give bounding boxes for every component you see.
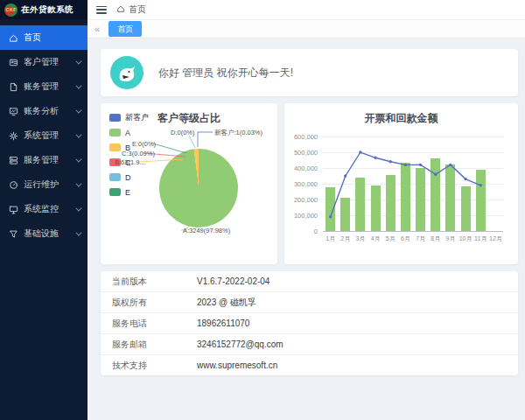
home-icon (9, 33, 18, 43)
welcome-card: 你好 管理员 祝你开心每一天! (101, 49, 518, 96)
info-value: 3246152772@qq.com (197, 340, 284, 349)
sidebar-item-service[interactable]: 服务管理 (0, 148, 88, 172)
y-axis-tick-label: 600,000 (284, 133, 318, 141)
x-axis-tick-label: 1月 (326, 234, 335, 243)
gear-icon (9, 131, 18, 141)
finance-file-icon (9, 82, 18, 92)
sidebar-item-customer[interactable]: 客户管理 (0, 50, 88, 74)
sidebar-item-analysis[interactable]: 账务分析 (0, 99, 88, 123)
legend-item-新客户[interactable]: 新客户 (109, 110, 149, 125)
legend-label: E (125, 188, 130, 197)
avatar (110, 56, 144, 89)
chevron-down-icon (75, 58, 81, 64)
funnel-icon (9, 229, 18, 239)
x-axis-tick-label: 11月 (474, 234, 486, 243)
y-axis-tick-label: 300,000 (284, 180, 318, 188)
legend-swatch (109, 114, 121, 122)
y-axis-tick-label: 200,000 (284, 196, 318, 204)
x-axis-tick-label: 7月 (416, 234, 425, 243)
info-row: 服务邮箱3246152772@qq.com (101, 334, 518, 355)
x-axis-tick-label: 3月 (355, 234, 365, 243)
x-axis-tick-label: 4月 (371, 234, 381, 243)
tabs-scroll-left-icon[interactable]: « (92, 24, 102, 34)
x-axis-tick-label: 2月 (340, 234, 350, 243)
chevron-down-icon (75, 156, 81, 162)
sidebar-item-home[interactable]: 首页 (0, 25, 88, 50)
gauge-icon (9, 180, 18, 190)
chevron-down-icon (75, 229, 81, 235)
legend-item-A[interactable]: A (109, 125, 149, 140)
chevron-down-icon (75, 82, 81, 88)
x-axis-tick-label: 6月 (401, 234, 410, 243)
info-row: 服务电话18962611070 (101, 313, 518, 334)
legend-item-D[interactable]: D (109, 170, 149, 185)
info-panel: 当前版本V1.6.7-2022-02-04版权所有2023 @ 磁凯孚服务电话1… (101, 271, 518, 375)
sidebar: CKF 在外贷款系统 首页客户管理账务管理账务分析系统管理服务管理运行维护系统监… (0, 0, 88, 420)
pie-callout-label: E:0(0%) (132, 140, 156, 148)
info-label: 当前版本 (101, 276, 197, 288)
app-window: CKF 在外贷款系统 首页客户管理账务管理账务分析系统管理服务管理运行维护系统监… (0, 0, 525, 420)
x-axis-tick-label: 12月 (489, 234, 502, 243)
tab-bar: « 首页 (88, 20, 525, 38)
legend-swatch (109, 173, 121, 181)
sidebar-item-label: 客户管理 (24, 56, 59, 68)
breadcrumb-label: 首页 (129, 4, 146, 16)
sidebar-item-system[interactable]: 系统管理 (0, 123, 88, 148)
info-label: 服务电话 (101, 318, 197, 330)
main-area: 首页 « 首页 你好 管理员 祝你开心每一天! (88, 0, 525, 420)
chevron-down-icon (75, 107, 81, 113)
x-axis-tick-label: 5月 (386, 234, 396, 243)
sidebar-item-label: 基础设施 (24, 228, 59, 240)
legend-label: D (125, 173, 131, 182)
bar-chart-title: 开票和回款金额 (284, 111, 518, 126)
sidebar-item-label: 运行维护 (24, 178, 59, 191)
chevron-down-icon (75, 180, 81, 186)
pie-callout-label: B:63(1.9... (115, 158, 145, 166)
legend-swatch (109, 129, 121, 136)
sidebar-item-ops[interactable]: 运行维护 (0, 172, 88, 197)
tab-home[interactable]: 首页 (108, 21, 142, 37)
sidebar-item-label: 服务管理 (24, 154, 59, 166)
server-icon (9, 156, 18, 165)
pie-chart-panel: 客户等级占比 新客户ABCDE D:0(0%)新客户:1(0.03%)E:0(0… (101, 103, 277, 264)
x-axis-tick-label: 9月 (445, 234, 455, 243)
monitor-icon (9, 205, 18, 214)
info-value: 2023 @ 磁凯孚 (197, 297, 256, 309)
legend-swatch (109, 188, 121, 196)
info-row: 版权所有2023 @ 磁凯孚 (101, 292, 518, 313)
pie-callout-label: C:3(0.09%) (122, 150, 155, 158)
customer-icon (9, 58, 18, 67)
sidebar-item-infra[interactable]: 基础设施 (0, 221, 88, 246)
chevron-down-icon (75, 205, 81, 211)
legend-label: A (125, 129, 130, 137)
sidebar-item-monitor[interactable]: 系统监控 (0, 197, 88, 221)
info-value: www.supremesoft.cn (197, 360, 277, 370)
bar-chart-panel: 开票和回款金额 600,000500,000400,000300,000200,… (284, 103, 518, 264)
breadcrumb[interactable]: 首页 (116, 4, 146, 16)
pie-chart[interactable] (159, 149, 238, 228)
legend-item-E[interactable]: E (109, 185, 149, 200)
pie-callout-label: 新客户:1(0.03%) (214, 129, 262, 137)
sidebar-menu: 首页客户管理账务管理账务分析系统管理服务管理运行维护系统监控基础设施 (0, 19, 88, 246)
sidebar-item-label: 系统管理 (24, 130, 59, 142)
bar-chart-plot[interactable] (323, 136, 503, 232)
y-axis-tick-label: 0 (284, 228, 318, 235)
y-axis-tick-label: 500,000 (284, 149, 318, 157)
info-value: 18962611070 (197, 318, 249, 328)
legend-label: 新客户 (125, 112, 149, 123)
y-axis-tick-label: 400,000 (284, 164, 318, 172)
sidebar-item-label: 首页 (24, 32, 41, 44)
chevron-down-icon (75, 131, 81, 137)
logo-icon: CKF (4, 4, 18, 17)
sidebar-item-label: 账务管理 (24, 80, 59, 93)
sidebar-item-label: 账务分析 (24, 105, 59, 117)
sidebar-item-label: 系统监控 (24, 203, 59, 215)
pie-callout-label: D:0(0%) (171, 129, 195, 136)
app-title: 在外贷款系统 (21, 4, 74, 16)
hamburger-menu-icon[interactable] (96, 6, 107, 14)
x-axis-tick-label: 10月 (459, 234, 472, 243)
charts-row: 客户等级占比 新客户ABCDE D:0(0%)新客户:1(0.03%)E:0(0… (101, 103, 518, 264)
welcome-message: 你好 管理员 祝你开心每一天! (158, 66, 293, 80)
app-logo: CKF 在外贷款系统 (0, 0, 88, 19)
sidebar-item-finance[interactable]: 账务管理 (0, 74, 88, 99)
